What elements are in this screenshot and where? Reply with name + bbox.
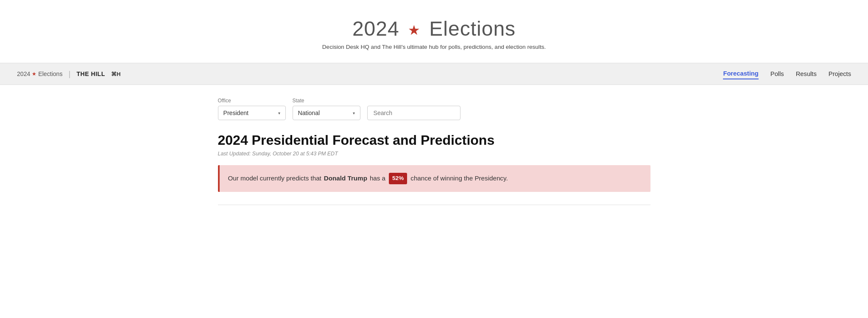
prediction-text-before: Our model currently predicts that bbox=[228, 174, 321, 183]
nav-forecasting[interactable]: Forecasting bbox=[723, 68, 758, 79]
office-chevron-icon: ▾ bbox=[278, 110, 280, 115]
prediction-text-middle: has a bbox=[370, 174, 385, 183]
bottom-divider bbox=[218, 205, 650, 205]
navbar-ddhq[interactable]: ⌘HQ bbox=[111, 70, 120, 77]
navbar-divider: | bbox=[68, 69, 70, 79]
hero-title: 2024 ★ Elections bbox=[8, 17, 860, 40]
office-select[interactable]: President ▾ bbox=[218, 106, 286, 120]
state-chevron-icon: ▾ bbox=[353, 110, 355, 115]
hero-subtitle: Decision Desk HQ and The Hill's ultimate… bbox=[8, 44, 860, 50]
hero-year: 2024 bbox=[352, 17, 399, 40]
navbar-brand-elections[interactable]: 2024 ★ Elections bbox=[17, 70, 62, 77]
page-title: 2024 Presidential Forecast and Predictio… bbox=[218, 132, 650, 148]
state-filter-group: State National ▾ bbox=[293, 98, 360, 120]
state-value: National bbox=[298, 110, 320, 116]
svg-text:⌘HQ: ⌘HQ bbox=[111, 71, 120, 77]
hero-section: 2024 ★ Elections Decision Desk HQ and Th… bbox=[0, 0, 868, 63]
navbar-left: 2024 ★ Elections | THE HILL ⌘HQ bbox=[17, 69, 120, 79]
prediction-percentage: 52% bbox=[389, 173, 407, 184]
navbar: 2024 ★ Elections | THE HILL ⌘HQ Forecast… bbox=[0, 63, 868, 85]
navbar-star-icon: ★ bbox=[32, 71, 36, 77]
last-updated: Last Updated: Sunday, October 20 at 5:43… bbox=[218, 151, 650, 157]
hero-elections: Elections bbox=[429, 17, 516, 40]
state-label: State bbox=[293, 98, 360, 104]
state-select[interactable]: National ▾ bbox=[293, 106, 360, 120]
office-filter-group: Office President ▾ bbox=[218, 98, 286, 120]
hero-star-icon: ★ bbox=[408, 23, 421, 38]
search-input[interactable] bbox=[367, 106, 461, 120]
nav-results[interactable]: Results bbox=[796, 69, 817, 79]
prediction-text-after: chance of winning the Presidency. bbox=[410, 174, 508, 183]
prediction-candidate: Donald Trump bbox=[324, 174, 367, 183]
navbar-year: 2024 bbox=[17, 70, 30, 77]
navbar-right: Forecasting Polls Results Projects bbox=[723, 68, 851, 79]
office-value: President bbox=[223, 110, 248, 116]
navbar-thehill[interactable]: THE HILL bbox=[76, 70, 105, 77]
filter-row: Office President ▾ State National ▾ bbox=[218, 98, 650, 120]
office-label: Office bbox=[218, 98, 286, 104]
nav-polls[interactable]: Polls bbox=[770, 69, 784, 79]
ddhq-icon: ⌘HQ bbox=[111, 70, 120, 77]
main-content: Office President ▾ State National ▾ 2024… bbox=[201, 85, 667, 218]
prediction-banner: Our model currently predicts that Donald… bbox=[218, 165, 650, 191]
navbar-elections-label: Elections bbox=[38, 70, 62, 77]
nav-projects[interactable]: Projects bbox=[829, 69, 851, 79]
